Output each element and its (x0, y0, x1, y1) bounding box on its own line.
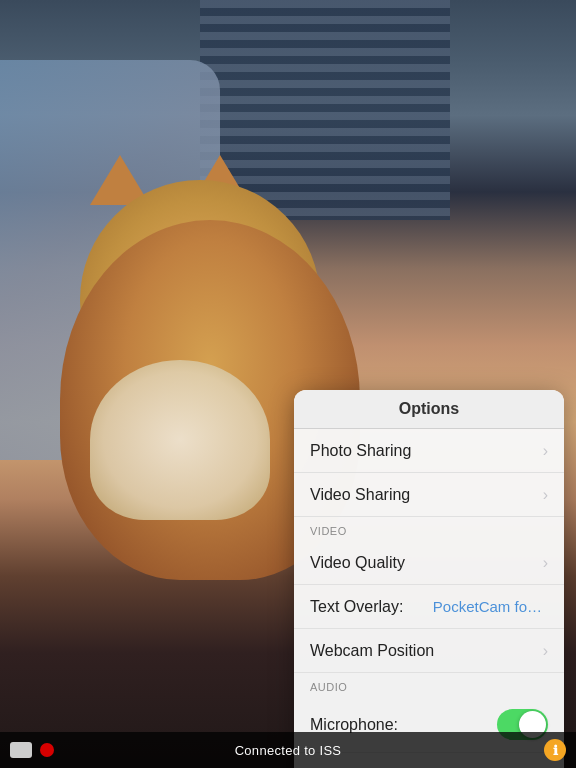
photo-sharing-chevron: › (543, 442, 548, 460)
webcam-position-row[interactable]: Webcam Position › (294, 629, 564, 673)
photo-sharing-label: Photo Sharing (310, 442, 539, 460)
cat-chest (90, 360, 270, 520)
video-section-label: VIDEO (294, 517, 564, 541)
mic-icon[interactable] (40, 743, 54, 757)
options-panel: Options Photo Sharing › Video Sharing › … (294, 390, 564, 768)
info-icon: ℹ (553, 743, 558, 758)
info-button[interactable]: ℹ (544, 739, 566, 761)
video-quality-row[interactable]: Video Quality › (294, 541, 564, 585)
webcam-position-chevron: › (543, 642, 548, 660)
video-quality-label: Video Quality (310, 554, 539, 572)
video-quality-chevron: › (543, 554, 548, 572)
text-overlay-value: PocketCam fo… (433, 598, 542, 615)
photo-sharing-row[interactable]: Photo Sharing › (294, 429, 564, 473)
video-sharing-chevron: › (543, 486, 548, 504)
text-overlay-row[interactable]: Text Overlay: PocketCam fo… (294, 585, 564, 629)
microphone-label: Microphone: (310, 716, 497, 734)
panel-title: Options (399, 400, 459, 417)
bottom-bar: Connected to ISS ℹ (0, 732, 576, 768)
connection-status: Connected to ISS (235, 743, 342, 758)
panel-header: Options (294, 390, 564, 429)
text-overlay-label: Text Overlay: (310, 598, 433, 616)
webcam-position-label: Webcam Position (310, 642, 539, 660)
video-sharing-row[interactable]: Video Sharing › (294, 473, 564, 517)
audio-section-label: AUDIO (294, 673, 564, 697)
video-sharing-label: Video Sharing (310, 486, 539, 504)
camera-icon[interactable] (10, 742, 32, 758)
bottom-left-controls (10, 742, 54, 758)
